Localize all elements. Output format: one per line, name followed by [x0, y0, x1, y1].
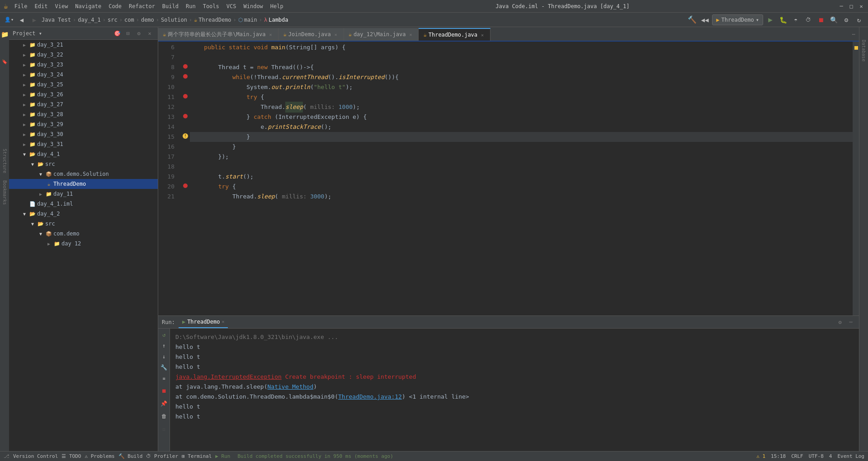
- tab-close-btn[interactable]: ✕: [407, 31, 414, 38]
- menu-window[interactable]: Window: [240, 2, 266, 10]
- terminal-label[interactable]: ⊞ Terminal: [182, 453, 212, 459]
- tree-item-threaddemo[interactable]: ☕ ThreadDemo: [9, 179, 158, 189]
- tree-item-day323[interactable]: ▶ 📁 day_3_23: [9, 60, 158, 70]
- menu-view[interactable]: View: [51, 2, 71, 10]
- native-method-link[interactable]: Native Method: [268, 383, 314, 390]
- tree-item-day321[interactable]: ▶ 📁 day_3_21: [9, 40, 158, 50]
- indent-indicator[interactable]: 4: [829, 453, 832, 459]
- checkbox-btn[interactable]: ☐: [160, 424, 169, 433]
- warnings-badge[interactable]: ⚠ 1: [756, 453, 765, 459]
- tree-item-package[interactable]: ▼ 📦 com.demo.Solution: [9, 169, 158, 179]
- wrench-btn[interactable]: 🔧: [160, 363, 169, 372]
- tree-item-day324[interactable]: ▶ 📁 day_3_24: [9, 70, 158, 80]
- line-sep-indicator[interactable]: CRLF: [791, 453, 803, 459]
- editor-content[interactable]: 6 7 8 9 10 11 12 13 14 15 16 17 18 19 20…: [158, 42, 859, 315]
- tab-close-btn[interactable]: ✕: [333, 31, 339, 38]
- breadcrumb-src[interactable]: src: [108, 17, 118, 23]
- tab-joindemo[interactable]: ☕ JoinDemo.java ✕: [278, 28, 344, 41]
- scroll-down-btn[interactable]: ↓: [160, 352, 169, 361]
- version-control-label[interactable]: Version Control: [13, 453, 58, 459]
- tree-item-comdemo[interactable]: ▼ 📦 com.demo: [9, 229, 158, 239]
- toolbar-back-btn[interactable]: ◀: [16, 14, 27, 25]
- stop-button[interactable]: ⏹: [816, 14, 826, 25]
- trash-btn[interactable]: 🗑: [160, 412, 169, 421]
- menu-tools[interactable]: Tools: [199, 2, 223, 10]
- tree-item-day331[interactable]: ▶ 📁 day_3_31: [9, 139, 158, 149]
- run-settings-btn[interactable]: ⚙: [835, 318, 844, 327]
- tab-main-java[interactable]: ☕ 两个字符串的最长公共子串\Main.java ✕: [158, 28, 278, 41]
- tree-item-iml[interactable]: 📄 day_4_1.iml: [9, 199, 158, 209]
- tab-more-btn[interactable]: ⋯: [848, 28, 859, 41]
- profiler-label[interactable]: ⏱ Profiler: [146, 453, 178, 459]
- menu-refactor[interactable]: Refactor: [125, 2, 159, 10]
- project-icon[interactable]: 📁: [1, 31, 8, 38]
- bookmarks-icon[interactable]: 🔖: [1, 58, 8, 65]
- tree-item-day330[interactable]: ▶ 📁 day_3_30: [9, 129, 158, 139]
- breadcrumb-solution[interactable]: Solution: [161, 17, 187, 23]
- tree-item-day326[interactable]: ▶ 📁 day_3_26: [9, 89, 158, 99]
- toolbar-profile-btn[interactable]: 👤▾: [4, 14, 14, 25]
- threaddemo-link[interactable]: ThreadDemo.java:12: [338, 393, 402, 400]
- tree-item-day322[interactable]: ▶ 📁 day_3_22: [9, 50, 158, 60]
- menu-build[interactable]: Build: [159, 2, 182, 10]
- tree-item-day12[interactable]: ▶ 📁 day 12: [9, 239, 158, 249]
- todo-label[interactable]: ☰ TODO: [61, 453, 81, 459]
- run-output[interactable]: D:\Software\Java\jdk1.8.0_321\bin\java.e…: [170, 329, 859, 451]
- bookmarks2-icon[interactable]: Bookmarks: [0, 189, 9, 196]
- position-indicator[interactable]: 15:18: [771, 453, 786, 459]
- toolbar-forward-btn[interactable]: ▶: [29, 14, 40, 25]
- problems-label[interactable]: ⚠ Problems: [85, 453, 114, 459]
- tree-item-day329[interactable]: ▶ 📁 day_3_29: [9, 119, 158, 129]
- run-back-btn[interactable]: ◀◀: [699, 14, 710, 25]
- breadcrumb-day41[interactable]: day_4_1: [78, 17, 101, 23]
- vcs-icon[interactable]: ⎇: [4, 453, 9, 459]
- rerun-btn[interactable]: ↺: [160, 330, 169, 339]
- tab-close-btn[interactable]: ✕: [267, 31, 274, 38]
- coverage-button[interactable]: ☂: [790, 14, 801, 25]
- menu-navigate[interactable]: Navigate: [71, 2, 105, 10]
- close-panel-btn[interactable]: ✕: [145, 29, 154, 38]
- menu-code[interactable]: Code: [105, 2, 125, 10]
- collapse-all-btn[interactable]: ⊟: [123, 29, 132, 38]
- menu-file[interactable]: File: [11, 2, 31, 10]
- tree-item-day325[interactable]: ▶ 📁 day_3_25: [9, 80, 158, 89]
- run-tab-close[interactable]: ✕: [222, 319, 224, 324]
- run-button[interactable]: ▶: [765, 14, 776, 25]
- update-button[interactable]: ↻: [854, 14, 864, 25]
- build-label[interactable]: 🔨 Build: [118, 453, 143, 459]
- right-scrollbar[interactable]: [853, 42, 859, 315]
- locate-file-btn[interactable]: 🎯: [113, 29, 122, 38]
- tree-item-day11[interactable]: ▶ 📁 day_11: [9, 189, 158, 199]
- structure-icon[interactable]: Structure: [0, 157, 9, 165]
- profile-button[interactable]: ⏱: [803, 14, 814, 25]
- run-configuration[interactable]: ▶ ThreadDemo ▾: [712, 14, 763, 25]
- debug-button[interactable]: 🐛: [778, 14, 788, 25]
- menu-run[interactable]: Run: [182, 2, 199, 10]
- tree-item-day327[interactable]: ▶ 📁 day_3_27: [9, 99, 158, 109]
- tab-close-active-btn[interactable]: ✕: [479, 32, 486, 38]
- tree-item-src[interactable]: ▼ 📂 src: [9, 159, 158, 169]
- menu-edit[interactable]: Edit: [31, 2, 52, 10]
- database-icon[interactable]: Database: [860, 31, 868, 67]
- tree-item-src2[interactable]: ▼ 📂 src: [9, 219, 158, 229]
- wrap-btn[interactable]: ≡: [160, 374, 169, 383]
- tree-item-day41[interactable]: ▼ 📂 day_4_1: [9, 149, 158, 159]
- breadcrumb-threaddemo[interactable]: ☕ ThreadDemo: [194, 17, 231, 23]
- breadcrumb-demo[interactable]: demo: [141, 17, 154, 23]
- tab-threaddemo[interactable]: ☕ ThreadDemo.java ✕: [419, 28, 491, 41]
- maximize-button[interactable]: □: [848, 3, 854, 9]
- build-btn[interactable]: 🔨: [687, 14, 698, 25]
- scroll-up-btn[interactable]: ↑: [160, 341, 169, 350]
- breadcrumb-lambda[interactable]: λ Lambda: [264, 17, 288, 23]
- menu-help[interactable]: Help: [267, 2, 287, 10]
- tab-day12[interactable]: ☕ day_12\Main.java ✕: [344, 28, 419, 41]
- options-btn[interactable]: ⚙: [134, 29, 143, 38]
- breadcrumb-main[interactable]: ⬡ main: [238, 17, 257, 23]
- event-log[interactable]: Event Log: [837, 453, 864, 459]
- run-tab-threaddemo[interactable]: ▶ ThreadDemo ✕: [179, 316, 228, 328]
- run-label-status[interactable]: ▶ Run: [215, 453, 230, 459]
- settings-button[interactable]: ⚙: [841, 14, 852, 25]
- menu-vcs[interactable]: VCS: [223, 2, 240, 10]
- tree-item-day328[interactable]: ▶ 📁 day_3_28: [9, 109, 158, 119]
- breadcrumb-com[interactable]: com: [124, 17, 134, 23]
